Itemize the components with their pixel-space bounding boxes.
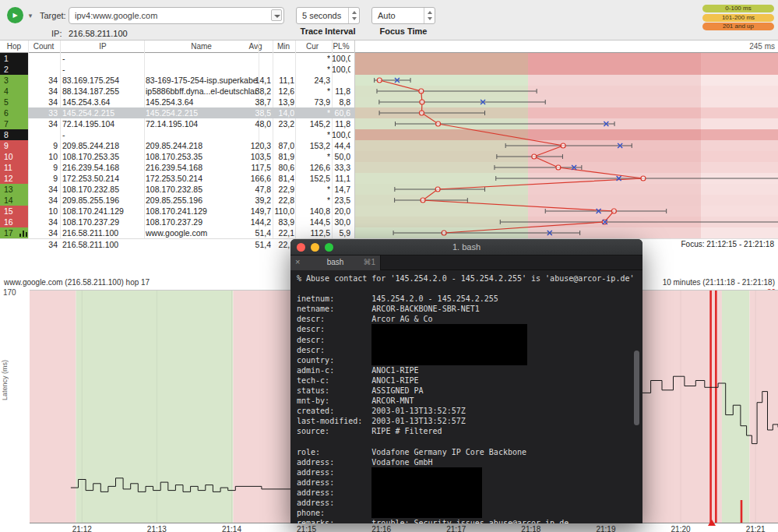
table-row[interactable]: 99209.85.244.218209.85.244.218120,387,01… — [0, 140, 354, 151]
table-row[interactable]: 1634108.170.237.29108.170.237.29144,283,… — [0, 217, 354, 227]
terminal-window[interactable]: 1. bash × bash ⌘1 % Abuse contact for '1… — [290, 239, 642, 523]
terminal-line: source: RIPE # Filtered — [297, 426, 636, 436]
cell-pl: 100,0 — [332, 129, 350, 140]
legend-201-up: 201 and up — [702, 23, 774, 30]
table-row[interactable]: 73472.14.195.10472.14.195.10448,023,2145… — [0, 118, 354, 129]
cell-cur: 126,6 — [294, 162, 330, 173]
cell-cur: * — [294, 129, 330, 140]
summary-avg: 51,4 — [240, 239, 271, 250]
table-row[interactable]: 43488.134.187.255ip5886bbff.dyna...el-de… — [0, 86, 354, 97]
table-row[interactable]: 534145.254.3.64145.254.3.6438,713,973,98… — [0, 97, 354, 107]
trace-interval-label: Trace Interval — [296, 26, 360, 36]
table-row[interactable]: 1-*100,0 — [0, 53, 354, 64]
col-cur[interactable]: Cur — [294, 42, 330, 51]
time-tick-label: 21:13 — [147, 525, 167, 532]
terminal-line: created: 2003-01-13T13:52:57Z — [297, 406, 636, 416]
table-row[interactable]: 1734216.58.211.100www.google.com51,422,1… — [0, 227, 354, 238]
cell-avg: 166,6 — [240, 173, 271, 184]
terminal-line: status: ASSIGNED PA — [297, 386, 636, 396]
terminal-line: tech-c: ANOC1-RIPE — [297, 375, 636, 386]
col-count[interactable]: Count — [30, 42, 58, 51]
hop-badge: 9 — [0, 140, 28, 151]
cell-count: 9 — [30, 162, 58, 173]
col-ip[interactable]: IP — [62, 42, 143, 51]
time-tick-label: 21:18 — [521, 525, 540, 532]
table-row[interactable]: 633145.254.2.215145.254.2.21538,514,0*60… — [0, 107, 354, 118]
cell-min: 14,0 — [273, 107, 294, 118]
time-tick-label: 21:21 — [746, 525, 766, 532]
cell-cur: 24,3 — [294, 75, 330, 86]
cell-avg: 47,8 — [240, 184, 271, 195]
table-row[interactable]: 119216.239.54.168216.239.54.168117,580,6… — [0, 162, 354, 173]
play-button[interactable]: ▶ — [7, 7, 23, 23]
cell-min: 110,0 — [273, 206, 294, 217]
terminal-line — [297, 284, 636, 294]
cell-cur: 73,9 — [294, 97, 330, 107]
terminal-titlebar[interactable]: 1. bash — [290, 239, 642, 255]
stepper-down-icon — [352, 17, 357, 20]
terminal-line: descr: Arcor AG & Co — [297, 314, 636, 324]
cell-cur: 144,5 — [294, 217, 330, 227]
cell-ip: - — [62, 129, 143, 140]
terminal-line: descr: — [297, 335, 636, 345]
table-row[interactable]: 8-*100,0 — [0, 129, 354, 140]
summary-count: 34 — [30, 239, 58, 250]
cell-count: 34 — [30, 195, 58, 206]
trace-interval-value: 5 seconds — [302, 11, 341, 20]
cell-count: 34 — [30, 217, 58, 227]
cell-count: 9 — [30, 140, 58, 151]
table-row[interactable]: 33483.169.175.25483-169-175-254-isp.supe… — [0, 75, 354, 86]
hop-badge: 10 — [0, 151, 28, 162]
cell-min: 11,1 — [273, 75, 294, 86]
time-tick-label: 21:14 — [222, 525, 241, 532]
ip-value: 216.58.211.100 — [69, 29, 128, 38]
col-avg[interactable]: Avg — [240, 42, 271, 51]
table-row[interactable]: 1010108.170.253.35108.170.253.35103,581,… — [0, 151, 354, 162]
hop-badge: 1 — [0, 53, 28, 64]
cell-ip: 83.169.175.254 — [62, 75, 143, 86]
col-hop[interactable]: Hop — [0, 42, 28, 51]
trace-graph: 245 ms — [354, 41, 778, 238]
table-row[interactable]: 1434209.85.255.196209.85.255.19639,222,8… — [0, 195, 354, 206]
cell-count: 9 — [30, 173, 58, 184]
trace-interval-select[interactable]: 5 seconds — [296, 7, 360, 24]
cell-avg: 38,5 — [240, 107, 271, 118]
table-row[interactable]: 1334108.170.232.85108.170.232.8547,822,9… — [0, 184, 354, 195]
timeline-range-label: 10 minutes (21:11:18 - 21:21:18) — [663, 278, 775, 287]
cell-pl: 33,3 — [332, 162, 350, 173]
cell-avg: 38,2 — [240, 86, 271, 97]
terminal-line — [297, 437, 636, 447]
focus-time-select[interactable]: Auto — [371, 7, 435, 24]
table-row[interactable]: 129172.253.50.214172.253.50.214166,681,4… — [0, 173, 354, 184]
cell-ip: 108.170.237.29 — [62, 217, 143, 227]
col-pl[interactable]: PL% — [330, 42, 352, 51]
pingplotter-app: ▶ ▾ Target: IP: 216.58.211.100 5 seconds… — [0, 0, 778, 532]
cell-ip: - — [62, 64, 143, 75]
terminal-content: % Abuse contact for '145.254.2.0 - 145.2… — [290, 270, 642, 523]
table-row[interactable]: 2-*100,0 — [0, 64, 354, 75]
cell-ip: 209.85.244.218 — [62, 140, 143, 151]
cell-cur: 140,8 — [294, 206, 330, 217]
col-min[interactable]: Min — [273, 42, 294, 51]
cell-min: 81,4 — [273, 173, 294, 184]
terminal-line: address: Vodafone GmbH — [297, 457, 636, 467]
cell-ip: 216.239.54.168 — [62, 162, 143, 173]
terminal-line: address: — [297, 467, 636, 477]
terminal-scrollbar-thumb[interactable] — [634, 351, 639, 425]
trace-interval-stepper[interactable] — [348, 8, 359, 23]
target-dropdown-button[interactable] — [271, 9, 282, 21]
hop-badge: 15 — [0, 206, 28, 217]
focus-time-stepper[interactable] — [424, 8, 435, 23]
time-tick-label: 21:15 — [297, 525, 316, 532]
hop-badge: 5 — [0, 97, 28, 107]
target-input[interactable] — [69, 7, 284, 24]
cell-pl: 60,6 — [332, 107, 350, 118]
redaction-box — [371, 488, 482, 498]
cell-cur: * — [294, 86, 330, 97]
cell-count: 34 — [30, 227, 58, 238]
terminal-tab-bash[interactable]: × bash ⌘1 — [290, 255, 381, 270]
ip-label: IP: — [51, 29, 62, 38]
table-row[interactable]: 1510108.170.241.129108.170.241.129149,71… — [0, 206, 354, 217]
play-dropdown-chevron-icon[interactable]: ▾ — [26, 9, 35, 22]
cell-avg: 39,2 — [240, 195, 271, 206]
